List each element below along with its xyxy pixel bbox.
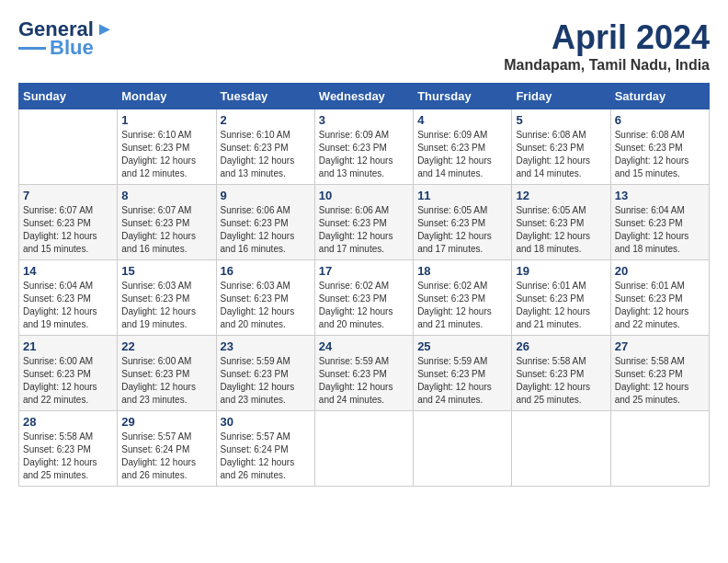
day-number: 5 xyxy=(516,113,606,127)
column-header-friday: Friday xyxy=(512,84,610,109)
day-info: Sunrise: 6:01 AM Sunset: 6:23 PM Dayligh… xyxy=(516,280,606,331)
day-info: Sunrise: 5:59 AM Sunset: 6:23 PM Dayligh… xyxy=(319,355,409,407)
day-number: 16 xyxy=(221,264,311,278)
day-number: 3 xyxy=(319,113,409,127)
calendar-cell: 18Sunrise: 6:02 AM Sunset: 6:23 PM Dayli… xyxy=(414,260,512,336)
day-info: Sunrise: 5:57 AM Sunset: 6:24 PM Dayligh… xyxy=(221,431,311,482)
column-header-tuesday: Tuesday xyxy=(216,84,314,109)
logo-bird-icon: ► xyxy=(96,18,114,40)
location-title: Mandapam, Tamil Nadu, India xyxy=(504,57,710,74)
day-info: Sunrise: 6:01 AM Sunset: 6:23 PM Dayligh… xyxy=(615,280,705,331)
calendar-header-row: SundayMondayTuesdayWednesdayThursdayFrid… xyxy=(19,84,710,109)
day-number: 25 xyxy=(417,339,507,353)
day-number: 14 xyxy=(23,264,113,278)
day-info: Sunrise: 6:03 AM Sunset: 6:23 PM Dayligh… xyxy=(121,280,211,331)
title-block: April 2024 Mandapam, Tamil Nadu, India xyxy=(504,18,710,74)
day-number: 17 xyxy=(319,264,409,278)
day-info: Sunrise: 6:09 AM Sunset: 6:23 PM Dayligh… xyxy=(417,129,507,180)
day-info: Sunrise: 6:03 AM Sunset: 6:23 PM Dayligh… xyxy=(221,280,311,331)
day-info: Sunrise: 6:10 AM Sunset: 6:23 PM Dayligh… xyxy=(221,129,311,180)
day-number: 27 xyxy=(615,339,705,353)
column-header-sunday: Sunday xyxy=(19,84,118,109)
day-number: 22 xyxy=(121,339,211,353)
calendar-cell: 17Sunrise: 6:02 AM Sunset: 6:23 PM Dayli… xyxy=(314,260,413,336)
calendar-cell: 25Sunrise: 5:59 AM Sunset: 6:23 PM Dayli… xyxy=(414,336,512,411)
day-info: Sunrise: 5:58 AM Sunset: 6:23 PM Dayligh… xyxy=(516,355,606,407)
day-info: Sunrise: 6:04 AM Sunset: 6:23 PM Dayligh… xyxy=(615,204,705,256)
calendar-cell: 14Sunrise: 6:04 AM Sunset: 6:23 PM Dayli… xyxy=(19,260,118,336)
day-number: 13 xyxy=(615,189,705,202)
calendar-cell: 10Sunrise: 6:06 AM Sunset: 6:23 PM Dayli… xyxy=(314,185,413,260)
day-number: 28 xyxy=(23,415,113,429)
calendar-cell: 15Sunrise: 6:03 AM Sunset: 6:23 PM Dayli… xyxy=(118,260,216,336)
calendar-cell xyxy=(610,411,709,487)
calendar-cell: 29Sunrise: 5:57 AM Sunset: 6:24 PM Dayli… xyxy=(118,411,216,487)
day-info: Sunrise: 6:06 AM Sunset: 6:23 PM Dayligh… xyxy=(319,204,409,256)
day-info: Sunrise: 6:02 AM Sunset: 6:23 PM Dayligh… xyxy=(417,280,507,331)
logo: General ► Blue xyxy=(18,18,114,58)
calendar-cell: 4Sunrise: 6:09 AM Sunset: 6:23 PM Daylig… xyxy=(414,109,512,185)
calendar-cell: 6Sunrise: 6:08 AM Sunset: 6:23 PM Daylig… xyxy=(610,109,709,185)
day-info: Sunrise: 5:59 AM Sunset: 6:23 PM Dayligh… xyxy=(221,355,311,407)
column-header-thursday: Thursday xyxy=(414,84,512,109)
calendar-week-row: 1Sunrise: 6:10 AM Sunset: 6:23 PM Daylig… xyxy=(19,109,710,185)
day-number: 6 xyxy=(615,113,705,127)
day-number: 7 xyxy=(23,189,113,202)
calendar-cell: 9Sunrise: 6:06 AM Sunset: 6:23 PM Daylig… xyxy=(216,185,314,260)
day-number: 10 xyxy=(319,189,409,202)
day-info: Sunrise: 6:08 AM Sunset: 6:23 PM Dayligh… xyxy=(516,129,606,180)
month-title: April 2024 xyxy=(504,18,710,57)
day-number: 11 xyxy=(417,189,507,202)
calendar-cell: 16Sunrise: 6:03 AM Sunset: 6:23 PM Dayli… xyxy=(216,260,314,336)
calendar-cell: 22Sunrise: 6:00 AM Sunset: 6:23 PM Dayli… xyxy=(118,336,216,411)
column-header-wednesday: Wednesday xyxy=(314,84,413,109)
day-number: 26 xyxy=(516,339,606,353)
day-number: 15 xyxy=(121,264,211,278)
calendar-cell: 1Sunrise: 6:10 AM Sunset: 6:23 PM Daylig… xyxy=(118,109,216,185)
day-info: Sunrise: 6:00 AM Sunset: 6:23 PM Dayligh… xyxy=(121,355,211,407)
day-number: 24 xyxy=(319,339,409,353)
day-info: Sunrise: 6:10 AM Sunset: 6:23 PM Dayligh… xyxy=(121,129,211,180)
calendar-cell: 11Sunrise: 6:05 AM Sunset: 6:23 PM Dayli… xyxy=(414,185,512,260)
calendar-cell: 26Sunrise: 5:58 AM Sunset: 6:23 PM Dayli… xyxy=(512,336,610,411)
day-info: Sunrise: 6:09 AM Sunset: 6:23 PM Dayligh… xyxy=(319,129,409,180)
day-info: Sunrise: 6:08 AM Sunset: 6:23 PM Dayligh… xyxy=(615,129,705,180)
calendar-cell: 8Sunrise: 6:07 AM Sunset: 6:23 PM Daylig… xyxy=(118,185,216,260)
day-info: Sunrise: 5:58 AM Sunset: 6:23 PM Dayligh… xyxy=(23,431,113,482)
calendar-cell: 13Sunrise: 6:04 AM Sunset: 6:23 PM Dayli… xyxy=(610,185,709,260)
day-info: Sunrise: 6:05 AM Sunset: 6:23 PM Dayligh… xyxy=(516,204,606,256)
calendar-cell: 24Sunrise: 5:59 AM Sunset: 6:23 PM Dayli… xyxy=(314,336,413,411)
day-info: Sunrise: 6:05 AM Sunset: 6:23 PM Dayligh… xyxy=(417,204,507,256)
page-header: General ► Blue April 2024 Mandapam, Tami… xyxy=(18,18,710,74)
day-number: 2 xyxy=(221,113,311,127)
column-header-monday: Monday xyxy=(118,84,216,109)
day-number: 4 xyxy=(417,113,507,127)
calendar-week-row: 14Sunrise: 6:04 AM Sunset: 6:23 PM Dayli… xyxy=(19,260,710,336)
day-info: Sunrise: 5:58 AM Sunset: 6:23 PM Dayligh… xyxy=(615,355,705,407)
day-number: 20 xyxy=(615,264,705,278)
calendar-cell: 7Sunrise: 6:07 AM Sunset: 6:23 PM Daylig… xyxy=(19,185,118,260)
calendar-week-row: 28Sunrise: 5:58 AM Sunset: 6:23 PM Dayli… xyxy=(19,411,710,487)
day-info: Sunrise: 6:04 AM Sunset: 6:23 PM Dayligh… xyxy=(23,280,113,331)
calendar-week-row: 7Sunrise: 6:07 AM Sunset: 6:23 PM Daylig… xyxy=(19,185,710,260)
calendar-cell xyxy=(512,411,610,487)
calendar-cell xyxy=(314,411,413,487)
day-number: 29 xyxy=(121,415,211,429)
day-number: 19 xyxy=(516,264,606,278)
day-number: 1 xyxy=(121,113,211,127)
calendar-cell: 3Sunrise: 6:09 AM Sunset: 6:23 PM Daylig… xyxy=(314,109,413,185)
day-number: 9 xyxy=(221,189,311,202)
logo-blue-text: Blue xyxy=(50,38,94,58)
calendar-cell: 21Sunrise: 6:00 AM Sunset: 6:23 PM Dayli… xyxy=(19,336,118,411)
day-info: Sunrise: 6:07 AM Sunset: 6:23 PM Dayligh… xyxy=(121,204,211,256)
calendar-cell xyxy=(19,109,118,185)
column-header-saturday: Saturday xyxy=(610,84,709,109)
calendar-cell: 12Sunrise: 6:05 AM Sunset: 6:23 PM Dayli… xyxy=(512,185,610,260)
calendar-week-row: 21Sunrise: 6:00 AM Sunset: 6:23 PM Dayli… xyxy=(19,336,710,411)
calendar-cell: 28Sunrise: 5:58 AM Sunset: 6:23 PM Dayli… xyxy=(19,411,118,487)
day-number: 30 xyxy=(221,415,311,429)
calendar-cell: 30Sunrise: 5:57 AM Sunset: 6:24 PM Dayli… xyxy=(216,411,314,487)
day-info: Sunrise: 5:59 AM Sunset: 6:23 PM Dayligh… xyxy=(417,355,507,407)
day-number: 23 xyxy=(221,339,311,353)
day-info: Sunrise: 6:07 AM Sunset: 6:23 PM Dayligh… xyxy=(23,204,113,256)
